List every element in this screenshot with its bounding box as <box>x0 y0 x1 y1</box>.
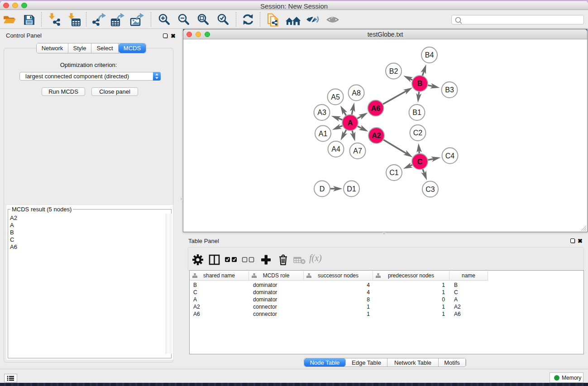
svg-text:B4: B4 <box>425 51 434 59</box>
svg-text:A8: A8 <box>352 89 361 97</box>
svg-text:A7: A7 <box>353 147 362 155</box>
svg-text:A6: A6 <box>371 105 381 112</box>
svg-text:C4: C4 <box>445 152 455 160</box>
svg-text:D1: D1 <box>347 185 356 193</box>
svg-text:B1: B1 <box>412 109 421 116</box>
svg-text:B2: B2 <box>389 67 398 75</box>
svg-text:A: A <box>348 119 353 127</box>
svg-text:D: D <box>320 185 325 193</box>
svg-text:C1: C1 <box>389 169 399 176</box>
svg-text:B3: B3 <box>445 86 454 94</box>
svg-text:A4: A4 <box>331 145 340 153</box>
svg-text:B: B <box>417 80 423 87</box>
svg-text:C2: C2 <box>413 129 423 137</box>
svg-text:A5: A5 <box>331 93 340 101</box>
svg-text:C3: C3 <box>425 186 435 193</box>
svg-text:A1: A1 <box>319 130 328 138</box>
svg-text:A2: A2 <box>372 132 381 139</box>
svg-text:A3: A3 <box>317 109 326 116</box>
svg-text:C: C <box>417 158 423 166</box>
